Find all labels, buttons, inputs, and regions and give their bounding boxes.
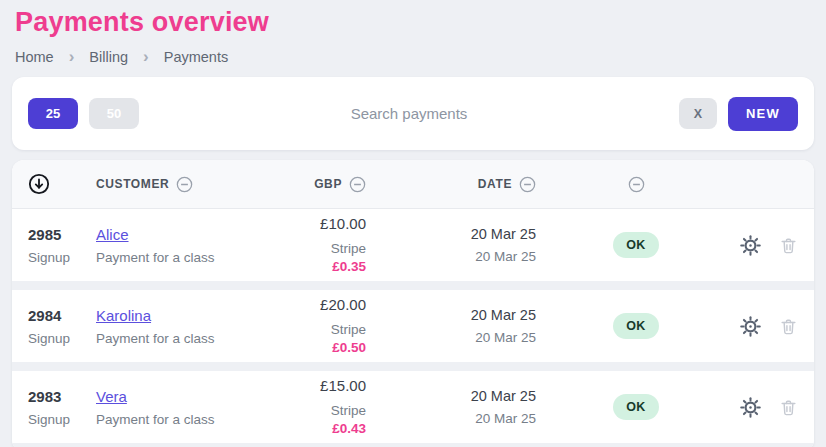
payment-id: 2985 xyxy=(28,226,96,243)
table-row: 2984 Signup Karolina Payment for a class… xyxy=(12,290,814,362)
minus-circle-icon[interactable] xyxy=(628,176,645,193)
customer-cell: Karolina Payment for a class xyxy=(96,307,296,346)
amount-cell: £15.00 Stripe £0.43 xyxy=(296,377,366,437)
actions-cell xyxy=(736,397,798,418)
table-header-row: CUSTOMER GBP DATE xyxy=(12,160,814,209)
trash-icon[interactable] xyxy=(779,317,798,336)
header-status xyxy=(536,176,736,193)
table-row: 2983 Signup Vera Payment for a class £15… xyxy=(12,371,814,443)
payment-date: 20 Mar 25 xyxy=(471,388,536,404)
payment-description: Payment for a class xyxy=(96,250,296,265)
header-sort-cell xyxy=(28,173,96,195)
minus-circle-icon[interactable] xyxy=(176,176,193,193)
payment-date-secondary: 20 Mar 25 xyxy=(475,249,536,264)
chevron-right-icon: › xyxy=(69,48,75,65)
page-title: Payments overview xyxy=(12,0,814,38)
toolbar-card: 25 50 X NEW xyxy=(12,77,814,150)
payment-id-cell: 2985 Signup xyxy=(28,226,96,265)
fee-provider: Stripe xyxy=(331,322,366,337)
table-row: 2985 Signup Alice Payment for a class £1… xyxy=(12,209,814,281)
header-gbp-label: GBP xyxy=(314,177,342,191)
trash-icon[interactable] xyxy=(779,236,798,255)
arrow-down-circle-icon[interactable] xyxy=(28,173,50,195)
search-input[interactable] xyxy=(150,104,668,123)
header-date-label: DATE xyxy=(478,177,512,191)
header-date: DATE xyxy=(366,176,536,193)
page-size-25-button[interactable]: 25 xyxy=(28,98,78,129)
status-cell: OK xyxy=(536,313,736,339)
amount: £15.00 xyxy=(320,377,366,394)
clear-search-button[interactable]: X xyxy=(679,98,717,129)
status-cell: OK xyxy=(536,394,736,420)
payment-id-cell: 2983 Signup xyxy=(28,388,96,427)
fee-provider: Stripe xyxy=(331,403,366,418)
status-badge: OK xyxy=(613,394,658,420)
fee-amount: £0.35 xyxy=(332,259,366,274)
amount: £20.00 xyxy=(320,296,366,313)
row-separator xyxy=(12,281,814,290)
date-cell: 20 Mar 25 20 Mar 25 xyxy=(366,226,536,264)
payment-type: Signup xyxy=(28,250,96,265)
payment-id-cell: 2984 Signup xyxy=(28,307,96,346)
payment-date-secondary: 20 Mar 25 xyxy=(475,330,536,345)
status-badge: OK xyxy=(613,313,658,339)
row-separator xyxy=(12,362,814,371)
status-cell: OK xyxy=(536,232,736,258)
page: Payments overview Home › Billing › Payme… xyxy=(0,0,826,447)
fee-line: Stripe £0.35 xyxy=(296,239,366,275)
payment-id: 2984 xyxy=(28,307,96,324)
breadcrumb-payments[interactable]: Payments xyxy=(164,49,228,65)
customer-link[interactable]: Alice xyxy=(96,226,296,243)
breadcrumb: Home › Billing › Payments xyxy=(12,38,814,77)
chevron-right-icon: › xyxy=(143,48,149,65)
actions-cell xyxy=(736,316,798,337)
customer-link[interactable]: Vera xyxy=(96,388,296,405)
payment-description: Payment for a class xyxy=(96,331,296,346)
fee-provider: Stripe xyxy=(331,241,366,256)
customer-cell: Vera Payment for a class xyxy=(96,388,296,427)
breadcrumb-billing[interactable]: Billing xyxy=(89,49,128,65)
payment-id: 2983 xyxy=(28,388,96,405)
new-payment-button[interactable]: NEW xyxy=(728,97,798,131)
trash-icon[interactable] xyxy=(779,398,798,417)
payment-type: Signup xyxy=(28,331,96,346)
payment-date-secondary: 20 Mar 25 xyxy=(475,411,536,426)
amount-cell: £20.00 Stripe £0.50 xyxy=(296,296,366,356)
customer-link[interactable]: Karolina xyxy=(96,307,296,324)
breadcrumb-home[interactable]: Home xyxy=(15,49,54,65)
header-customer: CUSTOMER xyxy=(96,176,296,193)
date-cell: 20 Mar 25 20 Mar 25 xyxy=(366,307,536,345)
header-customer-label: CUSTOMER xyxy=(96,177,169,191)
payment-date: 20 Mar 25 xyxy=(471,307,536,323)
payment-date: 20 Mar 25 xyxy=(471,226,536,242)
gear-icon[interactable] xyxy=(740,235,761,256)
fee-line: Stripe £0.43 xyxy=(296,401,366,437)
payment-type: Signup xyxy=(28,412,96,427)
row-separator xyxy=(12,443,814,447)
amount-cell: £10.00 Stripe £0.35 xyxy=(296,215,366,275)
actions-cell xyxy=(736,235,798,256)
minus-circle-icon[interactable] xyxy=(519,176,536,193)
payment-description: Payment for a class xyxy=(96,412,296,427)
gear-icon[interactable] xyxy=(740,397,761,418)
page-size-50-button[interactable]: 50 xyxy=(89,98,139,129)
amount: £10.00 xyxy=(320,215,366,232)
header-gbp: GBP xyxy=(296,176,366,193)
payments-table: CUSTOMER GBP DATE xyxy=(12,160,814,447)
status-badge: OK xyxy=(613,232,658,258)
date-cell: 20 Mar 25 20 Mar 25 xyxy=(366,388,536,426)
customer-cell: Alice Payment for a class xyxy=(96,226,296,265)
fee-amount: £0.43 xyxy=(332,421,366,436)
minus-circle-icon[interactable] xyxy=(349,176,366,193)
gear-icon[interactable] xyxy=(740,316,761,337)
fee-amount: £0.50 xyxy=(332,340,366,355)
fee-line: Stripe £0.50 xyxy=(296,320,366,356)
